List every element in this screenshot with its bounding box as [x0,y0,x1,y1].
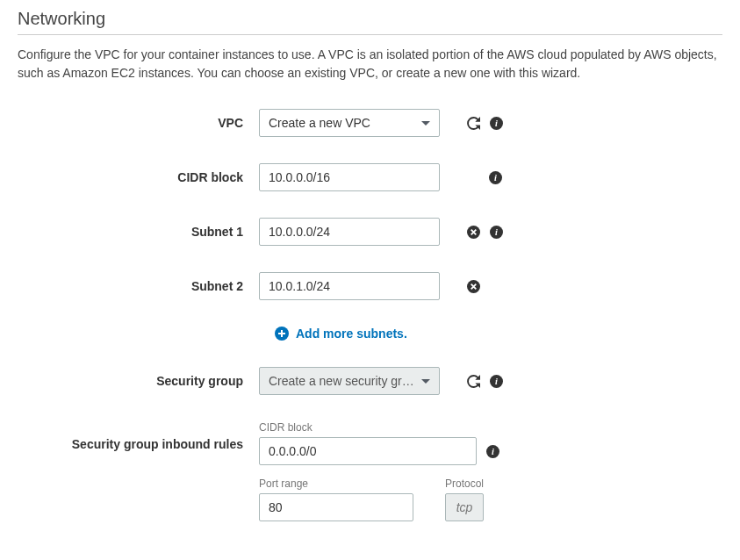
security-group-value: Create a new security gr… [269,374,414,388]
remove-icon[interactable] [466,279,480,293]
svg-text:i: i [492,447,494,456]
vpc-dropdown-value: Create a new VPC [269,116,370,130]
svg-text:i: i [494,173,497,183]
row-security-group: Security group Create a new security gr…… [18,367,722,395]
add-subnets-link[interactable]: Add more subnets. [275,327,722,341]
inbound-protocol-input [445,493,484,521]
row-cidr: CIDR block i [18,163,722,191]
vpc-dropdown[interactable]: Create a new VPC [259,109,440,137]
section-description: Configure the VPC for your container ins… [18,46,722,83]
row-inbound-rules: Security group inbound rules CIDR block … [18,421,722,521]
subnet2-input[interactable] [259,272,440,300]
chevron-down-icon [421,379,430,384]
security-group-dropdown[interactable]: Create a new security gr… [259,367,440,395]
info-icon[interactable]: i [485,444,499,458]
plus-circle-icon [275,327,289,341]
sublabel-cidr: CIDR block [259,421,477,434]
svg-text:i: i [495,377,498,386]
refresh-icon[interactable] [466,374,480,388]
inbound-cidr-input[interactable] [259,437,477,465]
label-security-group: Security group [18,374,259,388]
add-subnets-label: Add more subnets. [296,327,407,341]
svg-text:i: i [495,118,498,128]
info-icon[interactable]: i [489,374,503,388]
inbound-port-input[interactable] [259,493,413,521]
info-icon[interactable]: i [488,170,502,184]
svg-text:i: i [495,227,498,237]
section-title: Networking [18,9,722,35]
label-subnet1: Subnet 1 [18,225,259,239]
info-icon[interactable]: i [489,116,503,130]
row-vpc: VPC Create a new VPC i [18,109,722,137]
subnet1-input[interactable] [259,218,440,246]
info-icon[interactable]: i [489,225,503,239]
label-vpc: VPC [18,116,259,130]
chevron-down-icon [421,121,430,126]
label-cidr: CIDR block [18,170,259,184]
sublabel-port: Port range [259,477,413,490]
row-subnet2: Subnet 2 [18,272,722,300]
sublabel-protocol: Protocol [445,477,484,490]
label-subnet2: Subnet 2 [18,279,259,293]
row-subnet1: Subnet 1 i [18,218,722,246]
cidr-input[interactable] [259,163,440,191]
label-inbound-rules: Security group inbound rules [18,421,259,451]
remove-icon[interactable] [466,225,480,239]
refresh-icon[interactable] [466,116,480,130]
